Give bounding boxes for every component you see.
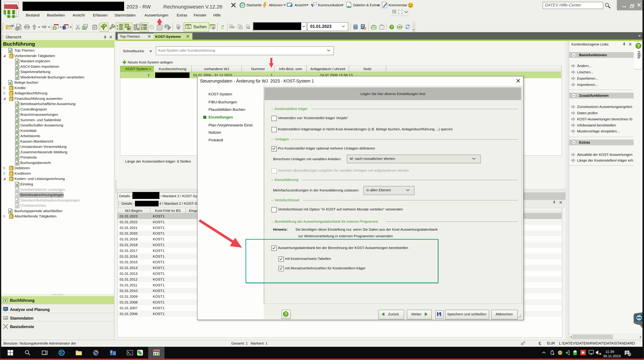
svg-text:?: ?	[637, 44, 640, 48]
svg-text:2: 2	[629, 353, 630, 356]
svg-text:?: ?	[285, 312, 287, 316]
svg-text:?: ?	[391, 25, 393, 29]
svg-text:e: e	[60, 350, 62, 355]
svg-text:LEX: LEX	[398, 26, 402, 28]
svg-text:€: €	[364, 28, 366, 29]
